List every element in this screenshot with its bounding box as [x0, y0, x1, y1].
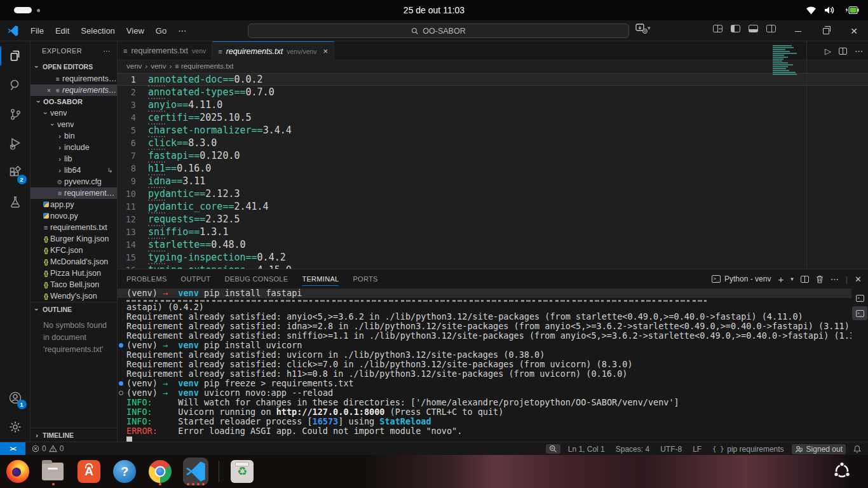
terminal-tab[interactable]: >_: [852, 291, 867, 305]
status-eol[interactable]: LF: [689, 444, 705, 454]
menu-edit[interactable]: Edit: [50, 24, 75, 38]
status-accounts[interactable]: Signed out: [792, 444, 846, 454]
code-area[interactable]: 1 annotated-doc==0.0.2 2 annotated-types…: [118, 72, 868, 269]
tree-item-wendy-s-json[interactable]: {}Wendy's.json: [31, 290, 117, 302]
breadcrumb-item[interactable]: venv: [126, 62, 142, 70]
tree-item-venv[interactable]: ›venv: [31, 119, 117, 130]
close-button[interactable]: ✕: [840, 20, 868, 41]
open-editors-header[interactable]: › OPEN EDITORS: [31, 60, 117, 73]
tree-item-lib64[interactable]: ›lib64↳: [31, 165, 117, 176]
code-line[interactable]: 12 requests==2.32.5: [118, 213, 868, 226]
toggle-sidebar-icon[interactable]: [731, 25, 740, 32]
code-line[interactable]: 2 annotated-types==0.7.0: [118, 86, 868, 98]
restore-button[interactable]: [812, 20, 840, 41]
code-line[interactable]: 10 pydantic==2.12.3: [118, 187, 868, 200]
remote-indicator[interactable]: ><: [0, 442, 25, 456]
panel-tab-debug-console[interactable]: DEBUG CONSOLE: [225, 269, 288, 288]
status-encoding[interactable]: UTF-8: [657, 444, 685, 454]
editor-tab[interactable]: ≡ requirements.txtvenv: [118, 41, 212, 60]
run-python-file-icon[interactable]: ▷: [825, 46, 831, 56]
minimize-button[interactable]: ─: [784, 20, 812, 41]
clock[interactable]: 25 de out 11:03: [0, 5, 868, 15]
breadcrumb-item[interactable]: ≡ requirements.txt: [175, 62, 233, 70]
panel-tab-terminal[interactable]: TERMINAL: [302, 269, 339, 288]
tree-item-oo-sabor[interactable]: ›OO-SABOR: [31, 96, 117, 107]
panel-tab-ports[interactable]: PORTS: [353, 269, 377, 288]
status-bell[interactable]: [850, 444, 864, 454]
customize-layout-icon[interactable]: [713, 25, 722, 32]
dock-vscode[interactable]: [183, 458, 208, 485]
tree-item-kfc-json[interactable]: {}KFC.json: [31, 245, 117, 256]
dock-trash[interactable]: ♻: [229, 458, 255, 485]
dock-firefox[interactable]: [5, 458, 31, 485]
editor-more-actions-icon[interactable]: ⋯: [855, 46, 863, 56]
system-tray[interactable]: [806, 0, 859, 20]
tree-item-pizza-hut-json[interactable]: {}Pizza Hut.json: [31, 268, 117, 279]
split-terminal-icon[interactable]: [801, 276, 809, 283]
minimap[interactable]: [773, 45, 798, 76]
explorer-more-actions-icon[interactable]: ⋯: [104, 47, 111, 55]
tree-item-app-py[interactable]: app.py: [31, 199, 117, 210]
tree-item-mcdonald-s-json[interactable]: {}McDonald's.json: [31, 256, 117, 268]
code-line[interactable]: 6 click==8.3.0: [118, 137, 868, 149]
terminal-tab-selected[interactable]: >_: [852, 306, 867, 320]
tree-item-venv[interactable]: ›venv: [31, 107, 117, 119]
panel-more-actions-icon[interactable]: ⋯: [831, 274, 839, 284]
menu-file[interactable]: File: [25, 24, 50, 38]
terminal-dropdown-icon[interactable]: ▾: [790, 276, 794, 282]
tree-item-pyvenv-cfg[interactable]: ⚙pyvenv.cfg: [31, 176, 117, 187]
command-decoration-icon[interactable]: [119, 343, 123, 348]
activity-testing[interactable]: [0, 187, 31, 217]
code-line[interactable]: 14 starlette==0.48.0: [118, 238, 868, 251]
code-line[interactable]: 3 anyio==4.11.0: [118, 98, 868, 111]
command-decoration-icon[interactable]: [119, 381, 123, 386]
status-language[interactable]: { }pip requirements: [709, 444, 787, 454]
code-line[interactable]: 8 h11==0.16.0: [118, 162, 868, 175]
breadcrumb-item[interactable]: venv: [151, 62, 166, 70]
code-line[interactable]: 4 certifi==2025.10.5: [118, 111, 868, 124]
dock-software[interactable]: A: [76, 458, 102, 485]
code-line[interactable]: 7 fastapi==0.120.0: [118, 149, 868, 162]
problems-indicator[interactable]: 0 0: [32, 444, 64, 453]
close-icon[interactable]: ×: [44, 87, 53, 94]
code-line[interactable]: 15 typing-inspection==0.4.2: [118, 251, 868, 264]
tree-item-bin[interactable]: ›bin: [31, 130, 117, 142]
new-terminal-icon[interactable]: +: [778, 274, 783, 285]
code-line[interactable]: 13 sniffio==1.3.1: [118, 226, 868, 238]
activity-extensions[interactable]: 2: [0, 158, 31, 187]
activity-run-debug[interactable]: [0, 129, 31, 158]
dock-chrome[interactable]: [147, 458, 173, 485]
editor-tab[interactable]: ≡ requirements.txtvenv/venv ×: [212, 41, 334, 60]
menu-more[interactable]: ⋯: [172, 24, 192, 38]
code-line[interactable]: 9 idna==3.11: [118, 175, 868, 187]
status-spaces[interactable]: Spaces: 4: [613, 444, 653, 454]
open-editor-item[interactable]: × ≡ requirements.tx...: [31, 85, 117, 96]
terminal-output[interactable]: (venv) → venv pip install fastapiastapi)…: [118, 288, 851, 442]
menu-go[interactable]: Go: [150, 24, 172, 38]
tree-item-novo-py[interactable]: novo.py: [31, 210, 117, 222]
activity-source-control[interactable]: [0, 100, 31, 129]
code-line[interactable]: 16 typing_extensions==4.15.0: [118, 264, 868, 269]
timeline-header[interactable]: › TIMELINE: [31, 428, 117, 442]
copilot-menu[interactable]: ⊘ ▾: [635, 24, 651, 32]
menu-view[interactable]: View: [121, 24, 150, 38]
close-tab-icon[interactable]: ×: [323, 46, 329, 56]
outline-header[interactable]: › OUTLINE: [31, 302, 117, 316]
open-editor-item[interactable]: ≡ requirements.t...: [31, 73, 117, 85]
code-line[interactable]: 1 annotated-doc==0.0.2: [118, 73, 868, 86]
tree-item-requirements-txt[interactable]: ≡requirements.txt: [31, 187, 117, 199]
kill-terminal-icon[interactable]: [816, 275, 824, 283]
activity-explorer[interactable]: [0, 41, 31, 71]
tree-item-requirements-txt[interactable]: ≡requirements.txt: [31, 222, 117, 233]
menu-selection[interactable]: Selection: [75, 24, 120, 38]
dock-files[interactable]: [41, 458, 66, 485]
activity-search[interactable]: [0, 71, 31, 100]
tree-item-include[interactable]: ›include: [31, 142, 117, 153]
command-center-search[interactable]: OO-SABOR: [248, 24, 629, 38]
activity-settings[interactable]: [0, 412, 31, 442]
tree-item-taco-bell-json[interactable]: {}Taco Bell.json: [31, 279, 117, 290]
close-panel-icon[interactable]: ✕: [855, 274, 862, 284]
panel-tab-problems[interactable]: PROBLEMS: [126, 269, 167, 288]
toggle-secondary-sidebar-icon[interactable]: [766, 25, 776, 32]
status-zoom[interactable]: [546, 444, 560, 454]
